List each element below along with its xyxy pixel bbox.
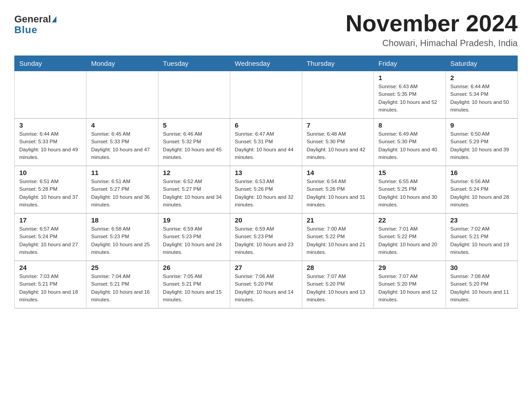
day-number: 10: [19, 169, 82, 176]
day-number: 6: [235, 121, 297, 129]
weekday-header-thursday: Thursday: [302, 56, 373, 71]
calendar-cell: 19Sunrise: 6:59 AMSunset: 5:23 PMDayligh…: [158, 214, 230, 261]
calendar-week-row: 17Sunrise: 6:57 AMSunset: 5:24 PMDayligh…: [15, 214, 518, 261]
calendar-table: SundayMondayTuesdayWednesdayThursdayFrid…: [14, 56, 518, 308]
calendar-cell: 2Sunrise: 6:44 AMSunset: 5:34 PMDaylight…: [446, 71, 517, 119]
day-number: 9: [450, 121, 513, 129]
calendar-cell: [86, 71, 158, 119]
calendar-cell: [302, 71, 373, 119]
logo-blue-text: Blue: [14, 24, 38, 36]
title-block: November 2024 Chowari, Himachal Pradesh,…: [346, 11, 518, 48]
day-info: Sunrise: 6:57 AMSunset: 5:24 PMDaylight:…: [19, 225, 82, 256]
calendar-cell: 29Sunrise: 7:07 AMSunset: 5:20 PMDayligh…: [374, 261, 446, 308]
weekday-header-sunday: Sunday: [15, 56, 86, 71]
day-number: 19: [163, 216, 225, 224]
calendar-cell: 21Sunrise: 7:00 AMSunset: 5:22 PMDayligh…: [302, 214, 373, 261]
day-info: Sunrise: 6:56 AMSunset: 5:24 PMDaylight:…: [450, 178, 513, 209]
logo-general-text: General: [14, 14, 51, 24]
day-number: 25: [91, 264, 153, 271]
day-info: Sunrise: 6:43 AMSunset: 5:35 PMDaylight:…: [378, 83, 441, 114]
calendar-cell: [158, 71, 230, 119]
calendar-cell: 20Sunrise: 6:59 AMSunset: 5:23 PMDayligh…: [230, 214, 302, 261]
calendar-week-row: 1Sunrise: 6:43 AMSunset: 5:35 PMDaylight…: [15, 71, 518, 119]
day-number: 8: [378, 121, 441, 129]
day-number: 3: [19, 121, 82, 129]
day-info: Sunrise: 7:03 AMSunset: 5:21 PMDaylight:…: [19, 273, 82, 304]
day-info: Sunrise: 7:04 AMSunset: 5:21 PMDaylight:…: [91, 273, 153, 304]
day-info: Sunrise: 7:05 AMSunset: 5:21 PMDaylight:…: [163, 273, 225, 304]
day-info: Sunrise: 6:49 AMSunset: 5:30 PMDaylight:…: [378, 130, 441, 161]
calendar-cell: 6Sunrise: 6:47 AMSunset: 5:31 PMDaylight…: [230, 119, 302, 166]
day-number: 23: [450, 216, 513, 224]
calendar-cell: 22Sunrise: 7:01 AMSunset: 5:22 PMDayligh…: [374, 214, 446, 261]
day-number: 12: [163, 169, 225, 176]
day-number: 16: [450, 169, 513, 176]
calendar-cell: 26Sunrise: 7:05 AMSunset: 5:21 PMDayligh…: [158, 261, 230, 308]
calendar-week-row: 3Sunrise: 6:44 AMSunset: 5:33 PMDaylight…: [15, 119, 518, 166]
logo: General Blue: [14, 14, 56, 36]
calendar-cell: 9Sunrise: 6:50 AMSunset: 5:29 PMDaylight…: [446, 119, 517, 166]
calendar-header-row: SundayMondayTuesdayWednesdayThursdayFrid…: [15, 56, 518, 71]
day-info: Sunrise: 6:50 AMSunset: 5:29 PMDaylight:…: [450, 130, 513, 161]
logo-triangle-icon: [52, 16, 56, 22]
day-number: 27: [235, 264, 297, 271]
calendar-cell: 12Sunrise: 6:52 AMSunset: 5:27 PMDayligh…: [158, 166, 230, 214]
day-info: Sunrise: 6:47 AMSunset: 5:31 PMDaylight:…: [235, 130, 297, 161]
day-info: Sunrise: 6:51 AMSunset: 5:27 PMDaylight:…: [91, 178, 153, 209]
day-info: Sunrise: 6:59 AMSunset: 5:23 PMDaylight:…: [163, 225, 225, 256]
day-number: 4: [91, 121, 153, 129]
calendar-cell: 24Sunrise: 7:03 AMSunset: 5:21 PMDayligh…: [15, 261, 86, 308]
calendar-cell: 23Sunrise: 7:02 AMSunset: 5:21 PMDayligh…: [446, 214, 517, 261]
day-number: 20: [235, 216, 297, 224]
calendar-cell: 13Sunrise: 6:53 AMSunset: 5:26 PMDayligh…: [230, 166, 302, 214]
day-info: Sunrise: 7:02 AMSunset: 5:21 PMDaylight:…: [450, 225, 513, 256]
day-info: Sunrise: 6:59 AMSunset: 5:23 PMDaylight:…: [235, 225, 297, 256]
weekday-header-wednesday: Wednesday: [230, 56, 302, 71]
calendar-cell: 4Sunrise: 6:45 AMSunset: 5:33 PMDaylight…: [86, 119, 158, 166]
calendar-cell: 15Sunrise: 6:55 AMSunset: 5:25 PMDayligh…: [374, 166, 446, 214]
calendar-cell: 28Sunrise: 7:07 AMSunset: 5:20 PMDayligh…: [302, 261, 373, 308]
day-info: Sunrise: 7:06 AMSunset: 5:20 PMDaylight:…: [235, 273, 297, 304]
day-number: 18: [91, 216, 153, 224]
calendar-cell: 10Sunrise: 6:51 AMSunset: 5:28 PMDayligh…: [15, 166, 86, 214]
day-info: Sunrise: 6:54 AMSunset: 5:26 PMDaylight:…: [307, 178, 369, 209]
calendar-cell: 27Sunrise: 7:06 AMSunset: 5:20 PMDayligh…: [230, 261, 302, 308]
day-number: 15: [378, 169, 441, 176]
day-info: Sunrise: 6:53 AMSunset: 5:26 PMDaylight:…: [235, 178, 297, 209]
month-title: November 2024: [346, 11, 518, 36]
day-number: 29: [378, 264, 441, 271]
calendar-cell: 3Sunrise: 6:44 AMSunset: 5:33 PMDaylight…: [15, 119, 86, 166]
day-number: 2: [450, 74, 513, 81]
calendar-cell: 30Sunrise: 7:08 AMSunset: 5:20 PMDayligh…: [446, 261, 517, 308]
day-info: Sunrise: 6:44 AMSunset: 5:34 PMDaylight:…: [450, 83, 513, 114]
calendar-cell: 16Sunrise: 6:56 AMSunset: 5:24 PMDayligh…: [446, 166, 517, 214]
day-info: Sunrise: 6:52 AMSunset: 5:27 PMDaylight:…: [163, 178, 225, 209]
calendar-cell: 17Sunrise: 6:57 AMSunset: 5:24 PMDayligh…: [15, 214, 86, 261]
day-number: 24: [19, 264, 82, 271]
weekday-header-tuesday: Tuesday: [158, 56, 230, 71]
day-info: Sunrise: 6:51 AMSunset: 5:28 PMDaylight:…: [19, 178, 82, 209]
day-info: Sunrise: 6:48 AMSunset: 5:30 PMDaylight:…: [307, 130, 369, 161]
calendar-cell: 14Sunrise: 6:54 AMSunset: 5:26 PMDayligh…: [302, 166, 373, 214]
day-number: 21: [307, 216, 369, 224]
day-number: 5: [163, 121, 225, 129]
day-info: Sunrise: 6:58 AMSunset: 5:23 PMDaylight:…: [91, 225, 153, 256]
day-info: Sunrise: 7:08 AMSunset: 5:20 PMDaylight:…: [450, 273, 513, 304]
day-number: 30: [450, 264, 513, 271]
calendar-cell: 18Sunrise: 6:58 AMSunset: 5:23 PMDayligh…: [86, 214, 158, 261]
calendar-cell: 5Sunrise: 6:46 AMSunset: 5:32 PMDaylight…: [158, 119, 230, 166]
day-info: Sunrise: 7:07 AMSunset: 5:20 PMDaylight:…: [378, 273, 441, 304]
day-number: 11: [91, 169, 153, 176]
day-info: Sunrise: 7:01 AMSunset: 5:22 PMDaylight:…: [378, 225, 441, 256]
calendar-week-row: 24Sunrise: 7:03 AMSunset: 5:21 PMDayligh…: [15, 261, 518, 308]
calendar-cell: 11Sunrise: 6:51 AMSunset: 5:27 PMDayligh…: [86, 166, 158, 214]
calendar-cell: 1Sunrise: 6:43 AMSunset: 5:35 PMDaylight…: [374, 71, 446, 119]
weekday-header-friday: Friday: [374, 56, 446, 71]
day-number: 17: [19, 216, 82, 224]
day-info: Sunrise: 6:44 AMSunset: 5:33 PMDaylight:…: [19, 130, 82, 161]
calendar-cell: [230, 71, 302, 119]
calendar-cell: [15, 71, 86, 119]
day-number: 28: [307, 264, 369, 271]
day-info: Sunrise: 7:07 AMSunset: 5:20 PMDaylight:…: [307, 273, 369, 304]
weekday-header-monday: Monday: [86, 56, 158, 71]
